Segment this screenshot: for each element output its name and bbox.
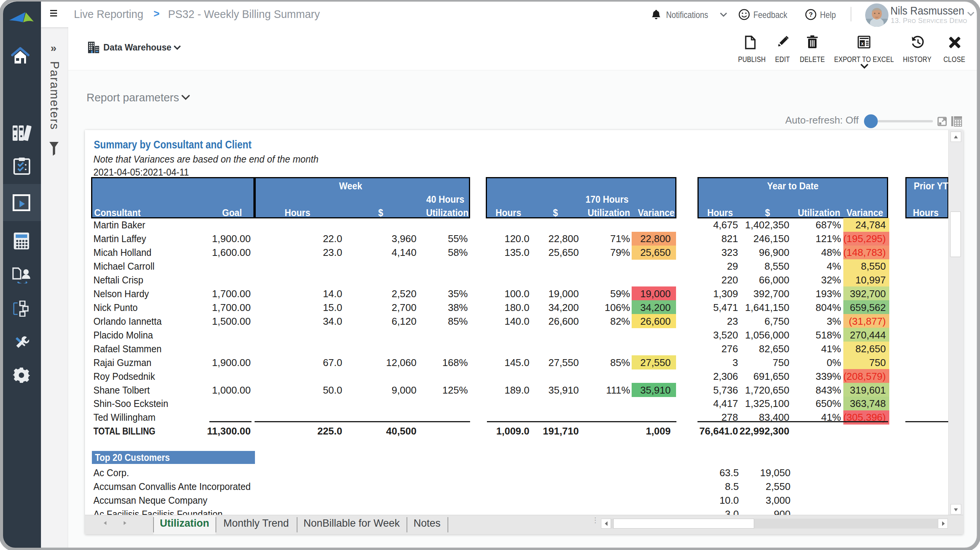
svg-text:?: ? xyxy=(809,11,813,18)
svg-text:x: x xyxy=(861,41,864,46)
